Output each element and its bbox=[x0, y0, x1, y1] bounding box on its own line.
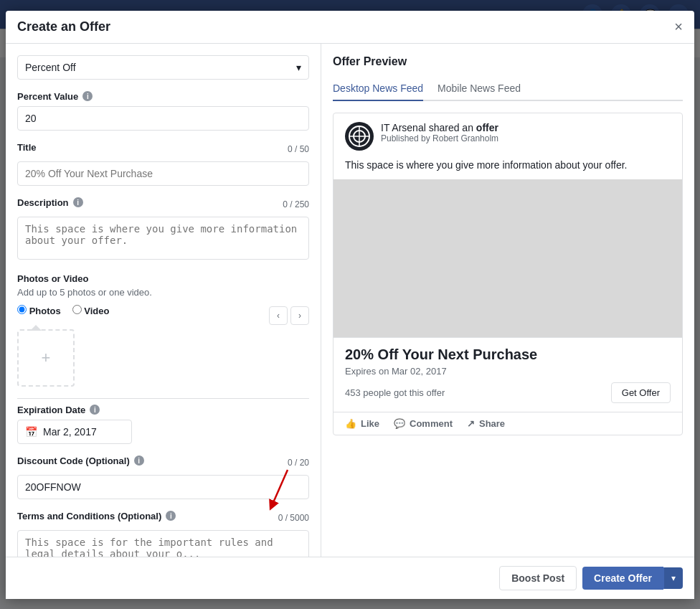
offer-preview-title: Offer Preview bbox=[333, 55, 683, 58]
left-panel: Percent Off ▾ Percent Value i Title 0 / … bbox=[6, 44, 321, 58]
create-offer-modal: Create an Offer × Percent Off ▾ Percent … bbox=[6, 11, 694, 58]
modal-title: Create an Offer bbox=[17, 19, 110, 34]
modal-header: Create an Offer × bbox=[6, 11, 694, 44]
modal-body: Percent Off ▾ Percent Value i Title 0 / … bbox=[6, 44, 694, 58]
close-button[interactable]: × bbox=[674, 19, 683, 34]
right-panel: Offer Preview Desktop News Feed Mobile N… bbox=[321, 44, 694, 58]
modal-overlay: Create an Offer × Percent Off ▾ Percent … bbox=[0, 0, 700, 57]
percent-off-dropdown[interactable]: Percent Off ▾ bbox=[17, 55, 309, 58]
